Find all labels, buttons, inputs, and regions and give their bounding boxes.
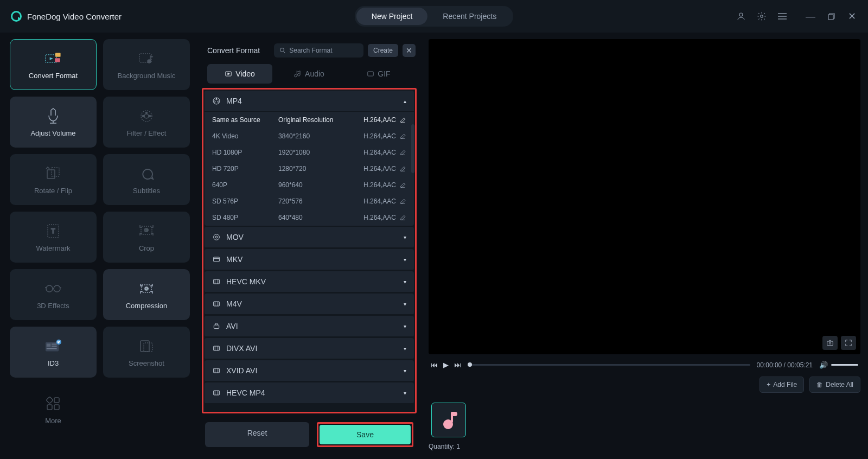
close-panel-button[interactable]: ✕: [403, 44, 416, 57]
edit-icon[interactable]: [399, 117, 406, 124]
format-row[interactable]: 4K Video3840*2160H.264,AAC: [205, 128, 414, 144]
format-row[interactable]: 640P960*640H.264,AAC: [205, 177, 414, 193]
format-tab-gif[interactable]: GIF: [346, 64, 411, 84]
edit-icon[interactable]: [399, 133, 406, 140]
format-group-divx-avi[interactable]: DIVX AVI▾: [205, 338, 414, 359]
search-input[interactable]: Search Format: [274, 43, 363, 58]
tool-icon: [44, 280, 62, 297]
tool-label: Rotate / Flip: [34, 187, 72, 195]
chevron-down-icon: ▾: [404, 234, 406, 240]
tool-label: Convert Format: [29, 72, 78, 80]
format-row[interactable]: SD 576P720*576H.264,AAC: [205, 193, 414, 209]
prev-button[interactable]: ⏮: [431, 361, 438, 369]
format-codec: H.264,AAC: [363, 149, 406, 156]
tool-background-music[interactable]: Background Music: [103, 39, 190, 90]
add-file-button[interactable]: +Add File: [760, 377, 804, 393]
format-row[interactable]: HD 720P1280*720H.264,AAC: [205, 161, 414, 177]
svg-rect-44: [47, 405, 52, 410]
format-group-mkv[interactable]: MKV▾: [205, 249, 414, 270]
minimize-icon[interactable]: —: [805, 11, 816, 22]
tool-label: ID3: [48, 359, 59, 367]
tool-label: Compression: [126, 302, 168, 310]
audio-icon: [294, 70, 302, 78]
plus-icon: +: [767, 381, 770, 388]
tool-label: Crop: [139, 244, 154, 252]
tool-watermark[interactable]: TWatermark: [10, 212, 97, 263]
format-codec: H.264,AAC: [363, 165, 406, 173]
chevron-down-icon: ▾: [404, 323, 406, 329]
tab-new-project[interactable]: New Project: [356, 8, 427, 25]
create-button[interactable]: Create: [368, 44, 398, 57]
tool-subtitles[interactable]: Subtitles: [103, 154, 190, 205]
save-button[interactable]: Save: [320, 425, 411, 444]
close-icon[interactable]: ✕: [846, 11, 857, 22]
svg-rect-20: [52, 168, 59, 176]
format-tab-video[interactable]: Video: [207, 64, 272, 84]
format-row[interactable]: HD 1080P1920*1080H.264,AAC: [205, 144, 414, 161]
tool-compression[interactable]: Compression: [103, 269, 190, 320]
tool-convert-format[interactable]: Convert Format: [10, 39, 97, 90]
svg-rect-50: [368, 72, 374, 76]
file-thumb-1[interactable]: Quantity: 1: [429, 403, 469, 450]
file-thumbnails: Quantity: 1: [429, 400, 860, 452]
format-group-avi[interactable]: AVI▾: [205, 316, 414, 337]
play-button[interactable]: ▶: [443, 361, 449, 369]
delete-all-button[interactable]: 🗑Delete All: [809, 377, 860, 393]
tool-icon: [138, 337, 155, 355]
reset-button[interactable]: Reset: [205, 422, 309, 447]
format-group-hevc-mkv[interactable]: HEVC MKV▾: [205, 271, 414, 292]
settings-icon[interactable]: [756, 11, 767, 22]
account-icon[interactable]: [736, 11, 746, 22]
scrollbar[interactable]: [411, 124, 414, 173]
tool-filter-effect[interactable]: Filter / Effect: [103, 97, 190, 148]
edit-icon[interactable]: [399, 182, 406, 189]
format-group-hevc-mp4[interactable]: HEVC MP4▾: [205, 382, 414, 404]
svg-point-0: [739, 13, 743, 16]
tool-icon: [44, 50, 62, 67]
format-row[interactable]: Same as SourceOriginal ResolutionH.264,A…: [205, 112, 414, 128]
svg-rect-65: [214, 325, 219, 329]
tool-more[interactable]: More: [10, 384, 97, 435]
tab-recent-projects[interactable]: Recent Projects: [427, 8, 512, 25]
next-button[interactable]: ⏭: [454, 361, 461, 369]
tool-adjust-volume[interactable]: Adjust Volume: [10, 97, 97, 148]
format-group-xvid-avi[interactable]: XVID AVI▾: [205, 360, 414, 381]
fullscreen-button[interactable]: [841, 336, 856, 350]
volume-icon[interactable]: 🔊: [819, 361, 828, 369]
format-group-m4v[interactable]: M4V▾: [205, 294, 414, 315]
svg-rect-72: [214, 391, 220, 395]
tool-crop[interactable]: Crop: [103, 212, 190, 263]
tool-label: Subtitles: [133, 187, 160, 195]
svg-point-27: [54, 285, 60, 292]
svg-rect-59: [214, 279, 220, 284]
tool-screenshot[interactable]: Screenshot: [103, 327, 190, 378]
format-tab-audio[interactable]: Audio: [277, 64, 342, 84]
tool-icon: [138, 280, 155, 297]
edit-icon[interactable]: [399, 149, 406, 156]
svg-point-54: [218, 101, 219, 103]
edit-icon[interactable]: [399, 214, 406, 221]
format-row[interactable]: SD 480P640*480H.264,AAC: [205, 209, 414, 226]
format-group-mov[interactable]: MOV▾: [205, 227, 414, 248]
svg-rect-8: [55, 58, 60, 62]
snapshot-button[interactable]: [822, 336, 838, 350]
tool-rotate-flip[interactable]: Rotate / Flip: [10, 154, 97, 205]
edit-icon[interactable]: [399, 165, 406, 173]
svg-rect-69: [214, 368, 220, 373]
format-name: 4K Video: [212, 132, 278, 140]
edit-icon[interactable]: [399, 198, 406, 205]
music-note-icon: [441, 411, 456, 429]
app-logo-area: FoneDog Video Converter: [11, 11, 122, 22]
format-name: SD 576P: [212, 197, 278, 205]
tool-3d-effects[interactable]: 3D Effects: [10, 269, 97, 320]
volume-slider[interactable]: [831, 364, 858, 366]
menu-icon[interactable]: [777, 11, 788, 22]
format-icon: [212, 366, 221, 375]
format-icon: [212, 322, 221, 330]
svg-point-76: [829, 342, 831, 345]
maximize-icon[interactable]: [826, 11, 837, 22]
format-group-mp4[interactable]: MP4 ▴: [205, 91, 414, 112]
tool-id3[interactable]: ID3: [10, 327, 97, 378]
format-icon: [212, 299, 221, 308]
progress-bar[interactable]: [468, 364, 750, 366]
